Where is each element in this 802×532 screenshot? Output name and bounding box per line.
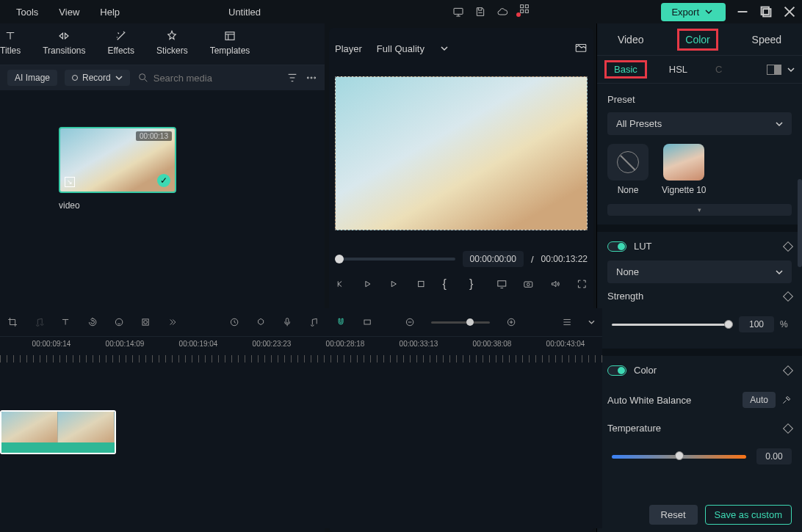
tab-templates[interactable]: Templates <box>210 29 250 59</box>
strength-slider[interactable] <box>612 324 729 326</box>
crop-icon[interactable] <box>7 316 18 328</box>
color-title: Color <box>634 365 777 376</box>
export-button[interactable]: Export <box>661 3 726 21</box>
mark-in-icon[interactable]: { <box>442 277 453 291</box>
notification-dot <box>516 12 521 17</box>
play-all-icon[interactable] <box>389 277 400 291</box>
cloud-icon[interactable] <box>496 6 508 18</box>
tab-color[interactable]: Color <box>677 29 718 51</box>
search-input[interactable] <box>153 73 279 84</box>
chevron-down-icon[interactable] <box>588 318 595 326</box>
add-to-timeline-icon[interactable]: ↘ <box>65 177 75 187</box>
strength-thumb[interactable] <box>724 320 733 329</box>
text-icon[interactable] <box>60 316 71 328</box>
more-tools-icon[interactable] <box>167 316 177 328</box>
zoom-thumb[interactable] <box>466 318 474 326</box>
check-icon: ✓ <box>157 174 170 187</box>
preset-none-label: None <box>618 185 639 195</box>
temperature-keyframe[interactable] <box>783 423 793 433</box>
stop-icon[interactable] <box>416 277 427 291</box>
more-icon[interactable] <box>306 72 317 84</box>
color-keyframe[interactable] <box>783 365 793 375</box>
marker-icon[interactable] <box>256 316 266 328</box>
media-clip[interactable]: 00:00:13 ↘ ✓ video <box>59 127 176 211</box>
record-button[interactable]: Record <box>65 70 130 86</box>
zoom-out-icon[interactable] <box>405 316 415 328</box>
preset-dropdown[interactable]: All Presets <box>607 112 792 135</box>
quality-dropdown[interactable]: Full Quality <box>377 43 448 54</box>
playhead-track[interactable] <box>335 258 455 260</box>
tab-speed[interactable]: Speed <box>745 29 789 50</box>
mic-icon[interactable] <box>282 316 292 328</box>
svg-rect-4 <box>526 10 529 12</box>
svg-rect-12 <box>576 44 586 51</box>
lut-dropdown[interactable]: None <box>607 260 792 283</box>
playhead-thumb[interactable] <box>335 255 344 263</box>
subtab-hsl[interactable]: HSL <box>663 61 693 78</box>
strength-value[interactable]: 100 <box>739 316 774 332</box>
fullscreen-icon[interactable] <box>577 277 588 291</box>
ai-image-button[interactable]: AI Image <box>7 70 57 86</box>
temperature-slider[interactable] <box>612 455 746 459</box>
prev-frame-icon[interactable] <box>335 277 346 291</box>
svg-rect-15 <box>524 282 532 287</box>
timeline-tracks[interactable] <box>0 362 602 528</box>
volume-icon[interactable] <box>550 277 561 291</box>
filter-icon[interactable] <box>286 72 298 84</box>
maximize-button[interactable] <box>759 5 773 18</box>
compare-toggle[interactable] <box>767 65 781 75</box>
time-separator: / <box>531 254 534 265</box>
menu-tools[interactable]: Tools <box>6 4 48 21</box>
music-icon[interactable] <box>308 316 319 328</box>
inspector-scrollbar[interactable] <box>798 179 802 267</box>
tab-effects[interactable]: Effects <box>107 29 134 59</box>
save-custom-button[interactable]: Save as custom <box>705 505 792 525</box>
subtab-curves[interactable]: C <box>709 61 728 78</box>
camera-icon[interactable] <box>523 277 534 291</box>
svg-point-8 <box>139 74 145 80</box>
ruler-tick: 00:00:19:04 <box>179 340 218 348</box>
lut-keyframe[interactable] <box>783 241 793 251</box>
zoom-in-icon[interactable] <box>506 316 516 328</box>
expand-presets[interactable]: ▾ <box>607 204 792 216</box>
reset-button[interactable]: Reset <box>649 505 698 525</box>
temperature-thumb[interactable] <box>675 451 684 460</box>
save-icon[interactable] <box>474 6 486 18</box>
play-icon[interactable] <box>362 277 373 291</box>
strength-keyframe[interactable] <box>783 291 793 301</box>
menu-help[interactable]: Help <box>90 4 130 21</box>
smiley-icon[interactable] <box>114 316 124 328</box>
zoom-slider[interactable] <box>431 321 490 324</box>
mark-out-icon[interactable]: } <box>469 277 480 291</box>
ruler-tick: 00:00:38:08 <box>473 340 512 348</box>
lut-toggle[interactable] <box>607 241 626 252</box>
frame-icon[interactable] <box>362 316 372 328</box>
close-button[interactable] <box>783 5 796 18</box>
color-toggle[interactable] <box>607 365 626 376</box>
monitor-icon[interactable] <box>452 6 464 18</box>
timeline-ruler[interactable]: 00:00:09:14 00:00:14:09 00:00:19:04 00:0… <box>0 336 602 362</box>
timeline-clip[interactable] <box>0 410 116 454</box>
speed-icon[interactable] <box>229 316 239 328</box>
auto-button[interactable]: Auto <box>743 392 776 408</box>
temperature-value[interactable]: 0.00 <box>756 448 792 464</box>
preset-none[interactable]: None <box>607 144 649 195</box>
minimize-button[interactable] <box>736 5 749 18</box>
tab-stickers[interactable]: Stickers <box>156 29 188 59</box>
display-icon[interactable] <box>496 277 507 291</box>
grid-icon[interactable] <box>519 3 530 15</box>
mask-icon[interactable] <box>140 316 151 328</box>
eyedropper-icon[interactable] <box>781 395 792 405</box>
subtab-basic[interactable]: Basic <box>604 60 647 79</box>
tab-transitions[interactable]: Transitions <box>43 29 85 59</box>
preview-viewport[interactable] <box>335 76 588 230</box>
preset-vignette[interactable]: Vignette 10 <box>662 144 707 195</box>
tab-titles[interactable]: Titles <box>0 29 21 59</box>
track-layout-icon[interactable] <box>562 316 572 328</box>
magnet-icon[interactable] <box>336 316 346 328</box>
snapshot-icon[interactable] <box>574 41 588 54</box>
tab-video[interactable]: Video <box>610 29 651 50</box>
rotate-icon[interactable] <box>87 316 98 328</box>
chevron-down-icon[interactable] <box>787 66 795 73</box>
menu-view[interactable]: View <box>48 4 90 21</box>
